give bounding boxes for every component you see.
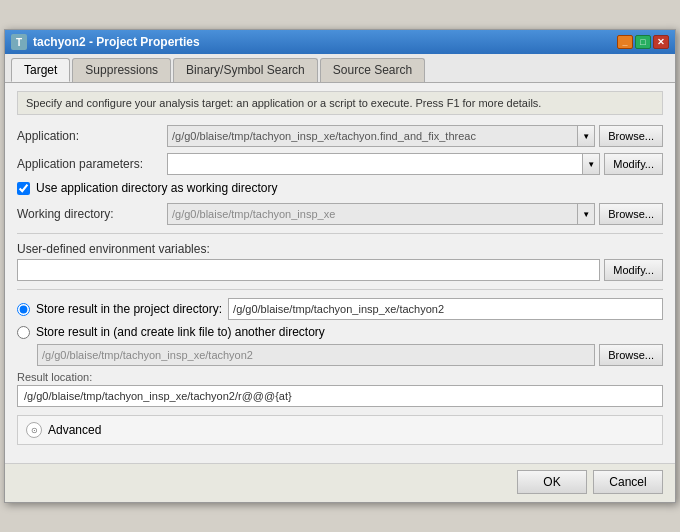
application-browse-button[interactable]: Browse... bbox=[599, 125, 663, 147]
store-other-input-group: Browse... bbox=[37, 344, 663, 366]
env-vars-section: User-defined environment variables: Modi… bbox=[17, 242, 663, 281]
env-vars-input-row: Modify... bbox=[17, 259, 663, 281]
content-area: Specify and configure your analysis targ… bbox=[5, 83, 675, 463]
working-dir-label: Working directory: bbox=[17, 207, 167, 221]
store-project-label: Store result in the project directory: bbox=[36, 302, 222, 316]
cancel-button[interactable]: Cancel bbox=[593, 470, 663, 494]
main-window: T tachyon2 - Project Properties _ □ ✕ Ta… bbox=[4, 29, 676, 503]
params-input-group: ▼ Modify... bbox=[167, 153, 663, 175]
application-input-wrapper: ▼ bbox=[167, 125, 595, 147]
store-other-row: Store result in (and create link file to… bbox=[17, 325, 663, 339]
params-dropdown-btn[interactable]: ▼ bbox=[582, 153, 600, 175]
working-dir-browse-button[interactable]: Browse... bbox=[599, 203, 663, 225]
title-bar: T tachyon2 - Project Properties _ □ ✕ bbox=[5, 30, 675, 54]
application-label: Application: bbox=[17, 129, 167, 143]
store-other-label: Store result in (and create link file to… bbox=[36, 325, 325, 339]
params-input[interactable] bbox=[167, 153, 582, 175]
tab-binary-symbol-search[interactable]: Binary/Symbol Search bbox=[173, 58, 318, 82]
store-other-input-row: Browse... bbox=[17, 344, 663, 366]
working-dir-input-group: ▼ Browse... bbox=[167, 203, 663, 225]
params-row: Application parameters: ▼ Modify... bbox=[17, 153, 663, 175]
maximize-button[interactable]: □ bbox=[635, 35, 651, 49]
title-controls: _ □ ✕ bbox=[617, 35, 669, 49]
window-title: tachyon2 - Project Properties bbox=[33, 35, 200, 49]
params-label: Application parameters: bbox=[17, 157, 167, 171]
env-modify-button[interactable]: Modify... bbox=[604, 259, 663, 281]
tab-source-search[interactable]: Source Search bbox=[320, 58, 425, 82]
store-project-input[interactable] bbox=[228, 298, 663, 320]
use-app-dir-label: Use application directory as working dir… bbox=[36, 181, 277, 195]
title-bar-left: T tachyon2 - Project Properties bbox=[11, 34, 200, 50]
params-modify-button[interactable]: Modify... bbox=[604, 153, 663, 175]
divider-1 bbox=[17, 233, 663, 234]
info-bar: Specify and configure your analysis targ… bbox=[17, 91, 663, 115]
close-button[interactable]: ✕ bbox=[653, 35, 669, 49]
tab-bar: Target Suppressions Binary/Symbol Search… bbox=[5, 54, 675, 83]
ok-button[interactable]: OK bbox=[517, 470, 587, 494]
advanced-section: ⊙ Advanced bbox=[17, 415, 663, 445]
tab-target[interactable]: Target bbox=[11, 58, 70, 82]
store-project-radio[interactable] bbox=[17, 303, 30, 316]
application-input[interactable] bbox=[167, 125, 577, 147]
store-other-browse-button[interactable]: Browse... bbox=[599, 344, 663, 366]
application-dropdown-btn[interactable]: ▼ bbox=[577, 125, 595, 147]
store-project-row: Store result in the project directory: bbox=[17, 298, 663, 320]
use-app-dir-row: Use application directory as working dir… bbox=[17, 181, 663, 195]
advanced-label: Advanced bbox=[48, 423, 101, 437]
working-dir-input[interactable] bbox=[167, 203, 577, 225]
result-location-section: Result location: bbox=[17, 371, 663, 415]
store-other-input[interactable] bbox=[37, 344, 595, 366]
working-dir-row: Working directory: ▼ Browse... bbox=[17, 203, 663, 225]
working-dir-dropdown-btn[interactable]: ▼ bbox=[577, 203, 595, 225]
app-icon: T bbox=[11, 34, 27, 50]
use-app-dir-checkbox[interactable] bbox=[17, 182, 30, 195]
info-text: Specify and configure your analysis targ… bbox=[26, 97, 541, 109]
application-input-group: ▼ Browse... bbox=[167, 125, 663, 147]
params-input-wrapper: ▼ bbox=[167, 153, 600, 175]
env-vars-label: User-defined environment variables: bbox=[17, 242, 663, 256]
advanced-toggle[interactable]: ⊙ bbox=[26, 422, 42, 438]
divider-2 bbox=[17, 289, 663, 290]
footer: OK Cancel bbox=[5, 463, 675, 502]
tab-suppressions[interactable]: Suppressions bbox=[72, 58, 171, 82]
working-dir-input-wrapper: ▼ bbox=[167, 203, 595, 225]
store-other-radio[interactable] bbox=[17, 326, 30, 339]
application-row: Application: ▼ Browse... bbox=[17, 125, 663, 147]
result-location-input[interactable] bbox=[17, 385, 663, 407]
result-location-label: Result location: bbox=[17, 371, 663, 383]
env-vars-input[interactable] bbox=[17, 259, 600, 281]
minimize-button[interactable]: _ bbox=[617, 35, 633, 49]
